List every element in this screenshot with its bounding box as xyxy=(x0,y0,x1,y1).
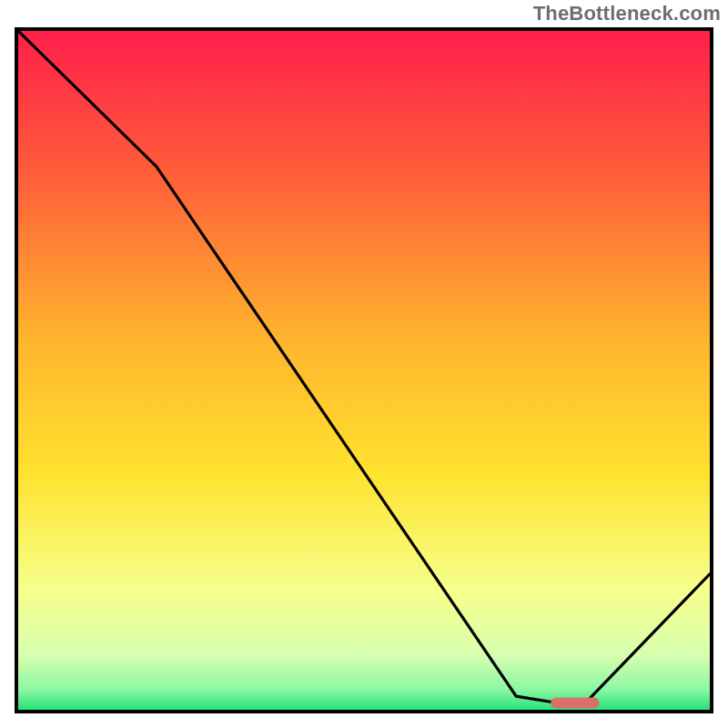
chart-frame: TheBottleneck.com xyxy=(0,0,728,728)
optimal-range-marker xyxy=(551,698,599,709)
chart-svg xyxy=(18,31,710,710)
plot-area xyxy=(15,27,713,713)
watermark-label: TheBottleneck.com xyxy=(533,2,721,25)
